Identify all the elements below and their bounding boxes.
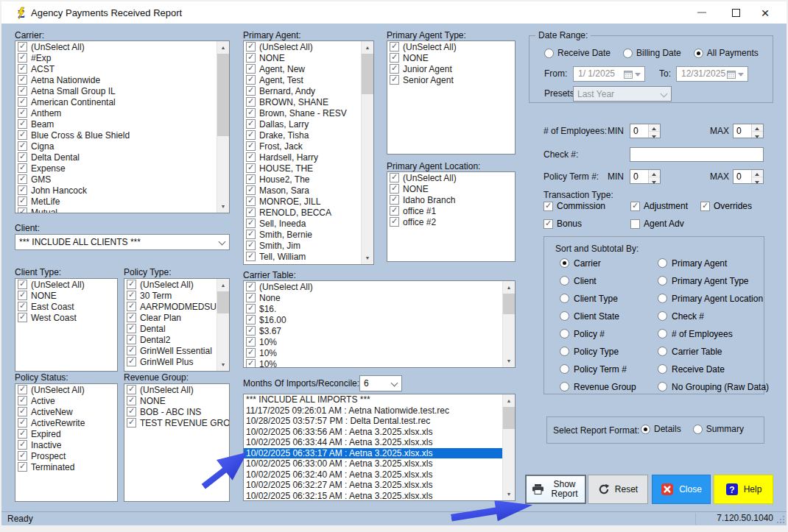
policy-type-item[interactable]: 30 Term: [124, 290, 229, 301]
checkbox-icon[interactable]: [18, 396, 27, 405]
checkbox-icon[interactable]: [18, 429, 27, 439]
policy-term-min-spinner[interactable]: 0: [630, 169, 661, 184]
checkbox-icon[interactable]: [246, 64, 256, 74]
sort-radio[interactable]: Client Type: [560, 294, 636, 303]
checkbox-icon[interactable]: [700, 202, 710, 211]
checkbox-icon[interactable]: [18, 42, 27, 52]
checkbox-icon[interactable]: [127, 418, 136, 428]
policy-type-item[interactable]: Dental: [124, 323, 229, 334]
sort-radio[interactable]: # of Employees: [658, 329, 769, 338]
sort-radio[interactable]: Policy Term #: [560, 364, 636, 374]
checkbox-icon[interactable]: [18, 385, 27, 394]
primary-agent-type-item[interactable]: Senior Agent: [387, 74, 515, 85]
radio-icon[interactable]: [658, 258, 667, 268]
scroll-down-icon[interactable]: ▼: [362, 252, 373, 264]
checkbox-icon[interactable]: [246, 304, 256, 313]
scroll-up-icon[interactable]: ▲: [217, 41, 229, 54]
carrier-list-item[interactable]: ACST: [15, 63, 229, 74]
months-imports-combobox[interactable]: 6: [359, 375, 402, 391]
sort-radio[interactable]: Policy #: [560, 329, 636, 338]
employees-max-spinner[interactable]: 0: [733, 124, 764, 138]
checkbox-icon[interactable]: [18, 418, 27, 428]
checkbox-icon[interactable]: [246, 152, 256, 162]
policy-status-item[interactable]: ActiveNew: [15, 406, 117, 417]
policy-type-item[interactable]: Dental2: [124, 334, 229, 345]
primary-agent-type-item[interactable]: (UnSelect All): [387, 41, 515, 52]
checkbox-icon[interactable]: [390, 206, 399, 216]
carrier-table-item[interactable]: 10%: [244, 358, 515, 368]
primary-agent-location-item[interactable]: Idaho Branch: [387, 194, 515, 205]
policy-status-item[interactable]: Active: [15, 395, 117, 406]
minimize-button[interactable]: [685, 1, 719, 24]
checkbox-icon[interactable]: [127, 396, 136, 405]
primary-agent-item[interactable]: Brown, Shane - RESV: [244, 107, 373, 118]
primary-agent-item[interactable]: MONROE, JILL: [244, 196, 373, 207]
checkbox-icon[interactable]: [246, 241, 256, 250]
carrier-list-item[interactable]: (UnSelect All): [15, 41, 229, 52]
sort-radio[interactable]: Policy Type: [560, 347, 636, 356]
checkbox-icon[interactable]: [390, 184, 399, 194]
client-combobox[interactable]: *** INCLUDE ALL CLIENTS ***: [15, 234, 230, 250]
policy-type-item[interactable]: Clear Plan: [124, 312, 229, 323]
scrollbar[interactable]: ▲▼: [502, 394, 515, 500]
checkbox-icon[interactable]: [246, 315, 256, 324]
employees-min-spinner[interactable]: 0: [630, 124, 661, 138]
policy-type-item[interactable]: (UnSelect All): [124, 279, 229, 290]
radio-icon[interactable]: [560, 364, 569, 374]
checkbox-icon[interactable]: [18, 302, 27, 311]
to-date-picker[interactable]: 12/31/2025: [676, 66, 748, 82]
primary-agent-item[interactable]: RENOLD, BECCA: [244, 207, 373, 218]
transaction-type-checkbox[interactable]: Bonus: [543, 219, 630, 229]
carrier-table-item[interactable]: $3.67: [244, 325, 515, 336]
checkbox-icon[interactable]: [18, 64, 27, 74]
policy-status-item[interactable]: Expired: [15, 428, 117, 439]
checkbox-icon[interactable]: [246, 86, 256, 96]
checkbox-icon[interactable]: [246, 141, 256, 151]
import-row[interactable]: 10/02/2025 06:32:15 AM : Aetna 3.2025.xl…: [244, 491, 515, 502]
carrier-table-item[interactable]: $16.: [244, 303, 515, 314]
checkbox-icon[interactable]: [246, 219, 256, 228]
radio-icon[interactable]: [658, 364, 667, 374]
spin-up-icon[interactable]: [649, 124, 660, 132]
carrier-list-item[interactable]: Aetna Small Group IL: [15, 85, 229, 96]
checkbox-icon[interactable]: [127, 302, 136, 311]
carrier-table-list[interactable]: ▲▼ (UnSelect All)None$16.$16.00$3.6710%1…: [243, 280, 516, 368]
radio-icon[interactable]: [658, 311, 667, 321]
radio-icon[interactable]: [658, 347, 667, 356]
report-format-radio[interactable]: Summary: [693, 424, 744, 434]
import-row[interactable]: 10/02/2025 06:32:27 AM : Aetna 3.2025.xl…: [244, 480, 515, 491]
imports-list[interactable]: ▲▼ *** INCLUDE ALL IMPORTS ***11/17/2025…: [243, 394, 516, 501]
checkbox-icon[interactable]: [246, 185, 256, 195]
sort-radio[interactable]: Revenue Group: [560, 382, 636, 391]
policy-status-list[interactable]: (UnSelect All)ActiveActiveNewActiveRewri…: [15, 383, 118, 502]
checkbox-icon[interactable]: [18, 280, 27, 289]
transaction-type-checkbox[interactable]: Overrides: [700, 201, 773, 211]
checkbox-icon[interactable]: [246, 196, 256, 206]
checkbox-icon[interactable]: [246, 174, 256, 184]
checkbox-icon[interactable]: [127, 335, 136, 344]
sort-radio[interactable]: Primary Agent: [658, 258, 769, 268]
client-type-item[interactable]: West Coast: [15, 312, 117, 323]
revenue-group-item[interactable]: TEST REVENUE GRO: [124, 417, 229, 428]
primary-agent-type-list[interactable]: (UnSelect All)NONEJunior AgentSenior Age…: [387, 40, 516, 155]
primary-agent-item[interactable]: BROWN, SHANE: [244, 96, 373, 107]
primary-agent-item[interactable]: Dallas, Larry: [244, 118, 373, 130]
radio-icon[interactable]: [658, 382, 667, 391]
policy-status-item[interactable]: Terminated: [15, 461, 117, 472]
sort-radio[interactable]: Carrier: [560, 258, 636, 268]
scrollbar[interactable]: ▲▼: [361, 41, 373, 264]
resize-grip-icon[interactable]: [783, 522, 784, 523]
sort-radio[interactable]: Client State: [560, 311, 636, 321]
checkbox-icon[interactable]: [18, 440, 27, 450]
radio-icon[interactable]: [560, 382, 569, 391]
scroll-up-icon[interactable]: ▲: [503, 394, 515, 407]
checkbox-icon[interactable]: [127, 385, 136, 394]
import-row[interactable]: 10/28/2025 03:57:57 PM : Delta Dental.te…: [244, 416, 515, 427]
carrier-table-item[interactable]: 10%: [244, 336, 515, 347]
scroll-thumb[interactable]: [217, 291, 229, 313]
carrier-list-item[interactable]: Cigna: [15, 141, 229, 152]
spin-up-icon[interactable]: [752, 124, 763, 132]
carrier-list-item[interactable]: #Exp: [15, 52, 229, 63]
policy-type-list[interactable]: ▲▼ (UnSelect All)30 TermAARPMODMEDSUClea…: [124, 278, 230, 372]
carrier-list-item[interactable]: Aetna Nationwide: [15, 74, 229, 85]
